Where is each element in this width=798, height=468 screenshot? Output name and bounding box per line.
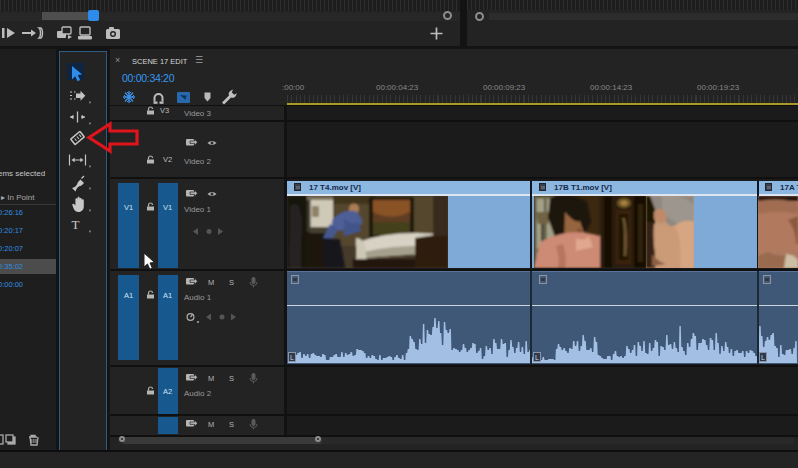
svg-text:M: M	[208, 420, 214, 429]
svg-text:S: S	[229, 278, 234, 287]
svg-text:T: T	[72, 217, 80, 232]
svg-text:M: M	[208, 278, 214, 287]
svg-text:S: S	[229, 420, 234, 429]
svg-text:M: M	[208, 374, 214, 383]
svg-text:S: S	[229, 374, 234, 383]
